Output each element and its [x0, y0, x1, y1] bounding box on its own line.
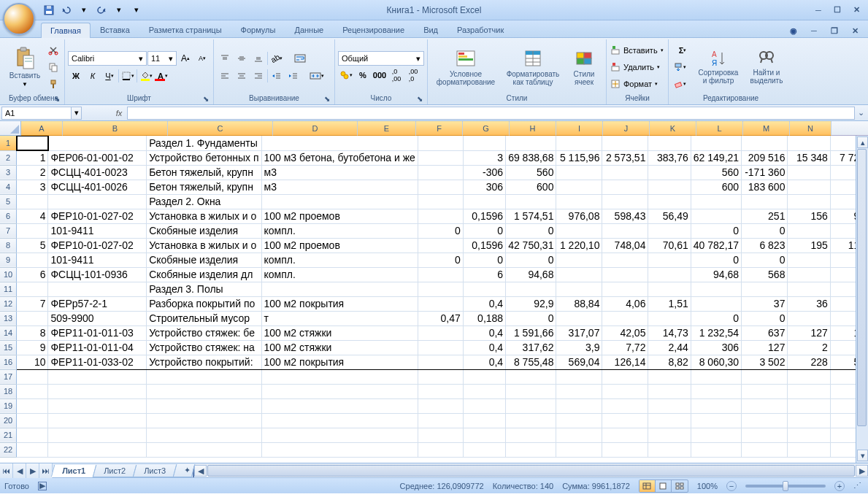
- cell[interactable]: [463, 428, 505, 442]
- fx-button[interactable]: fx: [111, 109, 127, 117]
- cell[interactable]: 100 м2 проемов: [261, 238, 418, 253]
- cell[interactable]: [602, 180, 648, 194]
- cell[interactable]: [788, 194, 830, 209]
- cell[interactable]: [691, 398, 741, 413]
- cell[interactable]: [602, 398, 648, 413]
- cell[interactable]: -306: [463, 165, 505, 180]
- cell[interactable]: [742, 398, 788, 413]
- format-painter-button[interactable]: [45, 76, 61, 92]
- cell[interactable]: [17, 384, 48, 398]
- select-all-corner[interactable]: [0, 121, 21, 136]
- cell[interactable]: [17, 398, 48, 413]
- row-header[interactable]: 21: [0, 428, 17, 442]
- cell[interactable]: 251: [742, 209, 788, 223]
- cell[interactable]: Скобяные изделия дл: [147, 267, 261, 282]
- cell[interactable]: [602, 369, 648, 384]
- delete-cells-button[interactable]: Удалить▾: [610, 59, 665, 75]
- cell[interactable]: [602, 165, 648, 180]
- qat-redo-dropdown[interactable]: ▾: [111, 2, 127, 18]
- cell[interactable]: 3: [463, 150, 505, 165]
- maximize-button[interactable]: ☐: [829, 4, 846, 17]
- thousands-button[interactable]: 000: [372, 67, 388, 83]
- cell[interactable]: [506, 282, 556, 296]
- fill-button[interactable]: ▾: [672, 59, 688, 75]
- clear-button[interactable]: ▾: [672, 76, 688, 92]
- cell[interactable]: т: [261, 311, 418, 325]
- row-header[interactable]: 8: [0, 238, 17, 253]
- cell[interactable]: 209 516: [742, 150, 788, 165]
- cell[interactable]: [602, 442, 648, 457]
- cell[interactable]: 56,49: [648, 209, 691, 223]
- cell[interactable]: 42 750,31: [506, 238, 556, 253]
- cell[interactable]: м3: [261, 165, 418, 180]
- cell[interactable]: [648, 180, 691, 194]
- cell[interactable]: [418, 413, 463, 428]
- cell[interactable]: [648, 311, 691, 325]
- cell[interactable]: [463, 413, 505, 428]
- cell[interactable]: 42,05: [602, 325, 648, 340]
- cell[interactable]: 2: [17, 165, 48, 180]
- row-header[interactable]: 3: [0, 165, 17, 180]
- cell[interactable]: 637: [742, 325, 788, 340]
- cell[interactable]: -171 360: [742, 165, 788, 180]
- italic-button[interactable]: К: [85, 68, 101, 84]
- cell[interactable]: [556, 136, 602, 150]
- number-format-select[interactable]: Общий▾: [338, 51, 424, 66]
- cell[interactable]: 0: [463, 253, 505, 267]
- macro-record-icon[interactable]: ▶: [38, 482, 47, 490]
- column-header-C[interactable]: C: [168, 121, 273, 136]
- cell[interactable]: 569,04: [556, 355, 602, 369]
- cell[interactable]: 5 115,96: [556, 150, 602, 165]
- paste-button[interactable]: Вставить ▼: [6, 43, 44, 91]
- cell[interactable]: 0: [418, 253, 463, 267]
- cell[interactable]: [261, 136, 418, 150]
- cell[interactable]: 100 м2 проемов: [261, 209, 418, 223]
- cell[interactable]: 0: [691, 223, 741, 238]
- tab-page-layout[interactable]: Разметка страницы: [139, 22, 231, 37]
- cell[interactable]: 69 838,68: [506, 150, 556, 165]
- cell[interactable]: [556, 442, 602, 457]
- align-right-button[interactable]: [250, 68, 266, 84]
- cell[interactable]: [602, 253, 648, 267]
- column-header-K[interactable]: K: [650, 121, 696, 136]
- cell[interactable]: Бетон тяжелый, крупн: [147, 180, 261, 194]
- cell[interactable]: [788, 398, 830, 413]
- zoom-slider[interactable]: [745, 485, 826, 488]
- cell[interactable]: 126,14: [602, 355, 648, 369]
- cell[interactable]: [418, 398, 463, 413]
- row-header[interactable]: 11: [0, 282, 17, 296]
- tab-review[interactable]: Рецензирование: [333, 22, 414, 37]
- cell[interactable]: 127: [788, 325, 830, 340]
- cell[interactable]: [506, 369, 556, 384]
- cell[interactable]: [418, 136, 463, 150]
- cell[interactable]: 8 060,30: [691, 355, 741, 369]
- cell[interactable]: [788, 165, 830, 180]
- currency-button[interactable]: ▾: [338, 67, 354, 83]
- sheet-tab-2[interactable]: Лист2: [93, 465, 137, 477]
- cell[interactable]: [17, 194, 48, 209]
- cell[interactable]: Устройство бетонных п: [147, 150, 261, 165]
- cell[interactable]: [788, 253, 830, 267]
- cell[interactable]: [418, 325, 463, 340]
- name-box[interactable]: A1: [1, 107, 72, 120]
- cell[interactable]: [506, 398, 556, 413]
- cell[interactable]: 6: [463, 267, 505, 282]
- cell[interactable]: 88,84: [556, 296, 602, 311]
- tab-developer[interactable]: Разработчик: [448, 22, 513, 37]
- cell[interactable]: [602, 311, 648, 325]
- font-color-button[interactable]: A▾: [155, 68, 171, 84]
- cell[interactable]: [48, 413, 147, 428]
- cell[interactable]: 127: [742, 340, 788, 355]
- office-button[interactable]: [3, 3, 35, 35]
- align-top-button[interactable]: [217, 50, 233, 66]
- cell[interactable]: [17, 428, 48, 442]
- cell[interactable]: [147, 398, 261, 413]
- cell[interactable]: [788, 428, 830, 442]
- cell[interactable]: [788, 136, 830, 150]
- cell[interactable]: [506, 194, 556, 209]
- cell[interactable]: 317,62: [506, 340, 556, 355]
- cell[interactable]: 228: [788, 355, 830, 369]
- cell[interactable]: 1 220,10: [556, 238, 602, 253]
- cell[interactable]: [17, 413, 48, 428]
- cell[interactable]: [788, 267, 830, 282]
